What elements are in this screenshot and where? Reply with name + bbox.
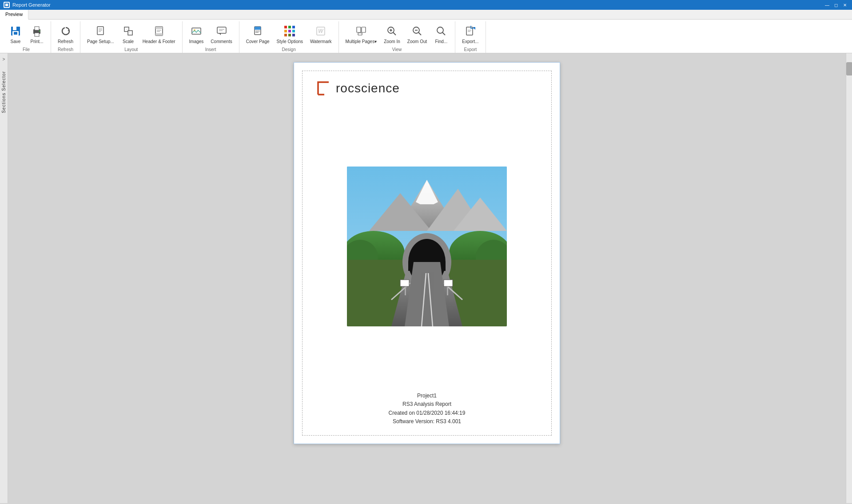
style-options-label: Style Options (277, 39, 303, 44)
svg-rect-44 (357, 27, 361, 32)
svg-rect-40 (288, 34, 291, 36)
save-button[interactable]: Save (5, 22, 26, 46)
refresh-group-items: Refresh (55, 22, 76, 46)
sections-selector-label: Sections Selector (1, 71, 6, 113)
layout-group-items: Page Setup... Scale Header & Footer (84, 22, 179, 46)
svg-rect-5 (14, 32, 17, 35)
ribbon-content: Save Print... File Refresh Refresh (0, 20, 852, 53)
watermark-button[interactable]: W Watermark (307, 22, 335, 46)
export-group-items: Export... (459, 22, 482, 46)
comments-button[interactable]: Comments (207, 22, 235, 46)
zoom-in-icon (385, 24, 399, 38)
footer-line1: Project1 (316, 392, 537, 400)
svg-rect-11 (97, 27, 104, 35)
print-button[interactable]: Print... (27, 22, 47, 46)
svg-rect-45 (362, 27, 366, 32)
comments-label: Comments (211, 39, 232, 44)
refresh-button[interactable]: Refresh (55, 22, 76, 46)
zoom-out-icon (410, 24, 424, 38)
file-group-label: File (5, 46, 47, 53)
ribbon-tabs: Preview (0, 10, 852, 20)
images-icon (189, 24, 203, 38)
svg-rect-35 (292, 26, 295, 28)
content-area: rocscience (8, 53, 846, 503)
refresh-group-label: Refresh (55, 46, 76, 53)
ribbon-group-insert: Images Comments Insert (183, 21, 239, 53)
svg-rect-25 (217, 27, 226, 33)
page-footer: Project1 RS3 Analysis Report Created on … (316, 392, 537, 426)
ribbon-group-layout: Page Setup... Scale Header & Footer Layo… (80, 21, 183, 53)
view-group-items: Multiple Pages▾ Zoom In Zoom Out Find... (342, 22, 452, 46)
images-button[interactable]: Images (186, 22, 207, 46)
tunnel-image (347, 167, 507, 326)
svg-rect-37 (288, 30, 291, 32)
svg-rect-86 (444, 280, 453, 286)
comments-icon (215, 24, 229, 38)
restore-button[interactable]: ◻ (832, 1, 840, 8)
main-area: > Sections Selector rocscience (0, 53, 852, 503)
svg-rect-34 (288, 26, 291, 28)
header-footer-icon (152, 24, 166, 38)
close-button[interactable]: ✕ (841, 1, 848, 8)
style-options-icon (283, 24, 297, 38)
svg-rect-84 (400, 280, 409, 286)
layout-group-label: Layout (84, 46, 179, 53)
logo-bracket (316, 80, 331, 96)
print-icon (30, 24, 44, 38)
svg-text:W: W (319, 28, 324, 34)
title-bar: Report Generator — ◻ ✕ (0, 0, 852, 10)
scale-button[interactable]: Scale (118, 22, 139, 46)
multiple-pages-button[interactable]: Multiple Pages▾ (342, 22, 380, 46)
svg-marker-26 (219, 33, 221, 35)
find-icon (434, 24, 448, 38)
logo-area: rocscience (316, 80, 537, 96)
header-footer-button[interactable]: Header & Footer (139, 22, 179, 46)
tab-preview[interactable]: Preview (0, 10, 28, 20)
watermark-label: Watermark (310, 39, 332, 44)
svg-point-54 (437, 27, 443, 33)
page-setup-button[interactable]: Page Setup... (84, 22, 117, 46)
svg-rect-30 (255, 27, 261, 30)
report-page: rocscience (294, 62, 560, 444)
svg-rect-41 (292, 34, 295, 36)
ribbon-group-file: Save Print... File (2, 21, 51, 53)
vertical-scrollbar[interactable] (846, 53, 852, 503)
zoom-out-button[interactable]: Zoom Out (404, 22, 430, 46)
view-group-label: View (342, 46, 452, 53)
svg-rect-20 (155, 33, 163, 36)
ribbon-group-refresh: Refresh Refresh (51, 21, 80, 53)
save-icon (8, 24, 23, 38)
svg-point-9 (39, 31, 40, 32)
svg-rect-33 (284, 26, 287, 28)
zoom-in-label: Zoom In (384, 39, 400, 44)
sections-selector[interactable]: > Sections Selector (0, 53, 8, 503)
refresh-icon (59, 24, 73, 38)
export-button[interactable]: Export... (459, 22, 482, 46)
find-button[interactable]: Find... (431, 22, 451, 46)
scrollbar-thumb[interactable] (846, 62, 852, 75)
watermark-icon: W (314, 24, 328, 38)
export-group-label: Export (459, 46, 482, 53)
file-group-items: Save Print... (5, 22, 47, 46)
window-controls[interactable]: — ◻ ✕ (824, 1, 848, 8)
zoom-in-button[interactable]: Zoom In (381, 22, 403, 46)
insert-group-items: Images Comments (186, 22, 235, 46)
svg-rect-1 (5, 4, 8, 6)
cover-page-icon (251, 24, 265, 38)
images-label: Images (189, 39, 204, 44)
minimize-button[interactable]: — (824, 1, 831, 8)
center-image-area (316, 110, 537, 383)
app-title: Report Generator (12, 2, 51, 8)
cover-page-label: Cover Page (246, 39, 270, 44)
sections-arrow: > (3, 57, 5, 62)
cover-page-button[interactable]: Cover Page (243, 22, 273, 46)
scale-label: Scale (123, 39, 134, 44)
export-icon (463, 24, 478, 38)
header-footer-label: Header & Footer (143, 39, 175, 44)
footer-line2: RS3 Analysis Report (316, 400, 537, 409)
svg-rect-3 (13, 27, 16, 30)
footer-line4: Software Version: RS3 4.001 (316, 417, 537, 426)
style-options-button[interactable]: Style Options (274, 22, 306, 46)
multiple-pages-icon (354, 24, 368, 38)
find-label: Find... (435, 39, 447, 44)
